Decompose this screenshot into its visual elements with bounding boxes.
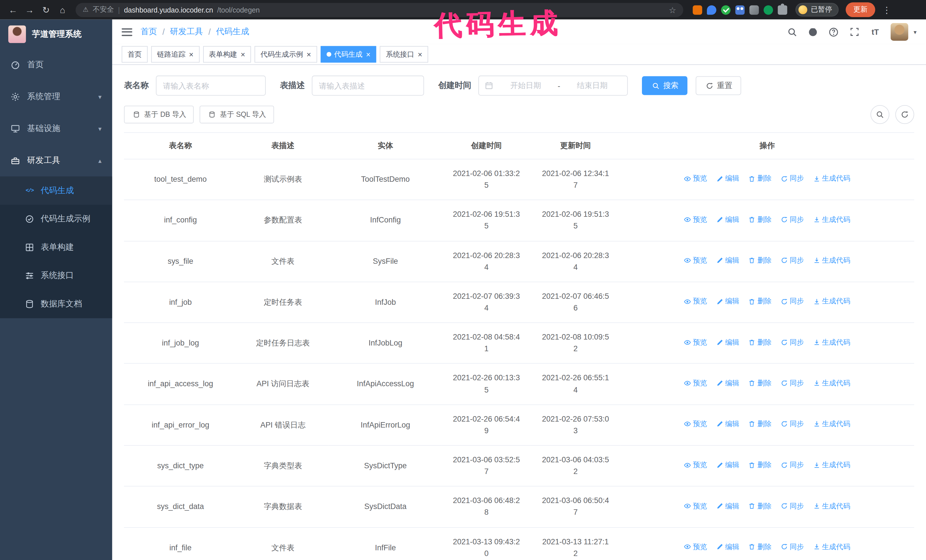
preview-link[interactable]: 预览 (684, 378, 707, 389)
sidebar-toggle-icon[interactable] (122, 28, 132, 36)
sidebar-item-codegen-example[interactable]: 代码生成示例 (0, 205, 112, 233)
tab-codegen-example[interactable]: 代码生成示例 × (255, 46, 317, 63)
breadcrumb-home[interactable]: 首页 (141, 27, 157, 37)
import-db-button[interactable]: 基于 DB 导入 (124, 106, 194, 123)
delete-link[interactable]: 删除 (749, 378, 772, 389)
user-avatar[interactable] (891, 23, 908, 41)
sync-link[interactable]: 同步 (781, 500, 804, 512)
edit-link[interactable]: 编辑 (716, 542, 739, 552)
sync-link[interactable]: 同步 (781, 459, 804, 471)
edit-link[interactable]: 编辑 (716, 214, 739, 225)
edit-link[interactable]: 编辑 (716, 337, 739, 348)
generate-code-link[interactable]: 生成代码 (813, 459, 850, 471)
preview-link[interactable]: 预览 (684, 542, 707, 552)
generate-code-link[interactable]: 生成代码 (813, 173, 850, 184)
sync-link[interactable]: 同步 (781, 255, 804, 266)
delete-link[interactable]: 删除 (749, 255, 772, 266)
delete-link[interactable]: 删除 (749, 214, 772, 225)
edit-link[interactable]: 编辑 (716, 459, 739, 471)
preview-link[interactable]: 预览 (684, 296, 707, 307)
edit-link[interactable]: 编辑 (716, 419, 739, 430)
sidebar-item-form-builder[interactable]: 表单构建 (0, 233, 112, 261)
sidebar-item-codegen[interactable]: </> 代码生成 (0, 177, 112, 205)
generate-code-link[interactable]: 生成代码 (813, 419, 850, 430)
sidebar-item-system-api[interactable]: 系统接口 (0, 261, 112, 290)
avatar-caret-icon[interactable]: ▾ (914, 29, 916, 35)
sidebar-item-system[interactable]: 系统管理 ▾ (0, 81, 112, 113)
delete-link[interactable]: 删除 (749, 337, 772, 348)
browser-back-button[interactable]: ← (6, 3, 20, 17)
extension-icon[interactable] (735, 5, 745, 15)
date-range-picker[interactable]: 开始日期 - 结束日期 (478, 75, 628, 95)
delete-link[interactable]: 删除 (749, 173, 772, 184)
sidebar-item-home[interactable]: 首页 (0, 49, 112, 81)
tab-form-builder[interactable]: 表单构建 × (203, 46, 251, 63)
help-icon[interactable] (829, 27, 839, 37)
breadcrumb-dev-tools[interactable]: 研发工具 (170, 27, 203, 37)
preview-link[interactable]: 预览 (684, 173, 707, 184)
sync-link[interactable]: 同步 (781, 337, 804, 348)
tab-trace[interactable]: 链路追踪 × (151, 46, 200, 63)
delete-link[interactable]: 删除 (749, 419, 772, 430)
preview-link[interactable]: 预览 (684, 337, 707, 348)
toggle-search-button[interactable] (870, 105, 889, 124)
search-button[interactable]: 搜索 (642, 76, 687, 95)
tab-codegen[interactable]: 代码生成 × (321, 46, 377, 63)
tab-system-api[interactable]: 系统接口 × (380, 46, 428, 63)
extensions-puzzle-icon[interactable] (778, 5, 787, 15)
close-icon[interactable]: × (417, 50, 422, 58)
preview-link[interactable]: 预览 (684, 459, 707, 471)
preview-link[interactable]: 预览 (684, 419, 707, 430)
sync-link[interactable]: 同步 (781, 378, 804, 389)
delete-link[interactable]: 删除 (749, 459, 772, 471)
browser-forward-button[interactable]: → (23, 3, 37, 17)
generate-code-link[interactable]: 生成代码 (813, 296, 850, 307)
preview-link[interactable]: 预览 (684, 255, 707, 266)
generate-code-link[interactable]: 生成代码 (813, 378, 850, 389)
generate-code-link[interactable]: 生成代码 (813, 214, 850, 225)
generate-code-link[interactable]: 生成代码 (813, 337, 850, 348)
close-icon[interactable]: × (240, 50, 245, 58)
browser-menu-icon[interactable]: ⋮ (880, 5, 894, 15)
delete-link[interactable]: 删除 (749, 296, 772, 307)
close-icon[interactable]: × (306, 50, 311, 58)
edit-link[interactable]: 编辑 (716, 255, 739, 266)
reset-button[interactable]: 重置 (696, 76, 741, 95)
font-size-icon[interactable]: tT (870, 27, 881, 37)
sync-link[interactable]: 同步 (781, 419, 804, 430)
extension-icon[interactable] (721, 5, 731, 15)
sync-link[interactable]: 同步 (781, 214, 804, 225)
extension-icon[interactable] (764, 5, 773, 15)
table-desc-input[interactable] (312, 75, 424, 95)
bookmark-star-icon[interactable]: ☆ (669, 5, 676, 15)
sync-link[interactable]: 同步 (781, 296, 804, 307)
sync-link[interactable]: 同步 (781, 173, 804, 184)
browser-update-button[interactable]: 更新 (846, 2, 875, 17)
extension-icon[interactable] (707, 5, 716, 15)
browser-home-button[interactable]: ⌂ (56, 3, 70, 17)
github-icon[interactable] (808, 27, 818, 37)
sync-link[interactable]: 同步 (781, 542, 804, 552)
address-bar[interactable]: ⚠ 不安全 | dashboard.yudao.iocoder.cn/tool/… (76, 3, 683, 17)
close-icon[interactable]: × (366, 50, 371, 58)
fullscreen-icon[interactable] (849, 27, 859, 37)
delete-link[interactable]: 删除 (749, 500, 772, 512)
import-sql-button[interactable]: 基于 SQL 导入 (200, 106, 274, 123)
preview-link[interactable]: 预览 (684, 500, 707, 512)
edit-link[interactable]: 编辑 (716, 378, 739, 389)
edit-link[interactable]: 编辑 (716, 500, 739, 512)
generate-code-link[interactable]: 生成代码 (813, 500, 850, 512)
preview-link[interactable]: 预览 (684, 214, 707, 225)
table-name-input[interactable] (156, 75, 266, 95)
sidebar-item-infrastructure[interactable]: 基础设施 ▾ (0, 113, 112, 145)
search-icon[interactable] (787, 27, 798, 37)
edit-link[interactable]: 编辑 (716, 296, 739, 307)
extension-icon[interactable] (693, 5, 702, 15)
profile-paused-badge[interactable]: 已暂停 (796, 3, 838, 17)
tab-home[interactable]: 首页 (122, 46, 148, 63)
generate-code-link[interactable]: 生成代码 (813, 542, 850, 552)
extension-icon[interactable] (749, 5, 759, 15)
close-icon[interactable]: × (188, 50, 194, 58)
edit-link[interactable]: 编辑 (716, 173, 739, 184)
refresh-table-button[interactable] (895, 105, 914, 124)
